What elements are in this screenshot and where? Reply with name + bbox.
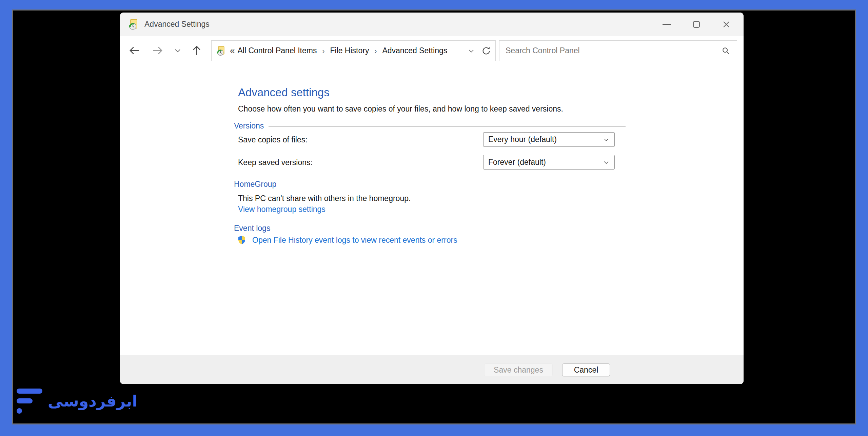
- watermark: ابرفردوسی: [17, 389, 137, 414]
- file-history-small-icon: [216, 45, 226, 56]
- file-history-icon: [127, 18, 140, 31]
- homegroup-status-text: This PC can't share with others in the h…: [238, 194, 411, 203]
- address-dropdown-chevron-icon[interactable]: [468, 47, 475, 55]
- search-icon[interactable]: [721, 46, 731, 56]
- cancel-button[interactable]: Cancel: [562, 363, 610, 376]
- keep-versions-label: Keep saved versions:: [238, 158, 313, 167]
- page-title: Advanced settings: [238, 86, 330, 99]
- minimize-icon: [663, 24, 671, 25]
- keep-versions-dropdown[interactable]: Forever (default): [483, 155, 615, 170]
- breadcrumb-item-all-control-panel-items[interactable]: All Control Panel Items: [237, 46, 317, 55]
- close-icon: [722, 20, 730, 28]
- save-changes-button[interactable]: Save changes: [484, 363, 553, 376]
- up-arrow-icon: [191, 44, 203, 57]
- window-title: Advanced Settings: [144, 20, 210, 29]
- close-button[interactable]: [718, 17, 734, 32]
- watermark-text: ابرفردوسی: [48, 392, 137, 410]
- dialog-footer: Save changes Cancel: [120, 355, 744, 384]
- section-divider: [269, 126, 626, 127]
- breadcrumb-item-file-history[interactable]: File History: [330, 46, 369, 55]
- navigation-bar: « All Control Panel Items › File History…: [120, 36, 744, 65]
- watermark-logo-icon: [17, 389, 42, 414]
- title-bar[interactable]: Advanced Settings: [120, 13, 744, 36]
- chevron-down-icon: [603, 136, 610, 143]
- breadcrumb-separator-icon: ›: [322, 47, 324, 55]
- watermark-bar: [17, 389, 42, 394]
- save-copies-label: Save copies of files:: [238, 135, 308, 144]
- maximize-button[interactable]: [689, 17, 704, 32]
- forward-button[interactable]: [151, 44, 164, 57]
- save-copies-value: Every hour (default): [488, 135, 557, 144]
- save-copies-row: Save copies of files: Every hour (defaul…: [234, 132, 626, 147]
- section-divider: [275, 229, 626, 229]
- event-logs-link-row: Open File History event logs to view rec…: [237, 235, 457, 245]
- back-arrow-icon: [128, 44, 140, 57]
- keep-versions-row: Keep saved versions: Forever (default): [234, 155, 626, 170]
- advanced-settings-window: Advanced Settings: [120, 13, 744, 384]
- address-bar[interactable]: « All Control Panel Items › File History…: [211, 40, 496, 61]
- homegroup-section-header: HomeGroup: [234, 180, 626, 189]
- window-controls: [659, 17, 734, 32]
- versions-section-header: Versions: [234, 121, 626, 131]
- minimize-button[interactable]: [659, 17, 674, 32]
- forward-arrow-icon: [152, 44, 164, 57]
- view-homegroup-settings-link[interactable]: View homegroup settings: [238, 205, 326, 214]
- keep-versions-value: Forever (default): [488, 158, 546, 167]
- versions-section-label: Versions: [234, 121, 264, 131]
- back-button[interactable]: [127, 44, 141, 57]
- open-event-logs-link[interactable]: Open File History event logs to view rec…: [252, 236, 457, 245]
- recent-locations-button[interactable]: [171, 44, 184, 57]
- page-description: Choose how often you want to save copies…: [238, 104, 563, 114]
- watermark-bar: [17, 398, 33, 403]
- page: { "window": { "title": "Advanced Setting…: [0, 0, 868, 436]
- breadcrumb-overflow-chevrons[interactable]: «: [230, 45, 235, 56]
- up-button[interactable]: [190, 44, 203, 57]
- chevron-down-icon: [174, 46, 182, 55]
- watermark-dot: [17, 408, 22, 414]
- maximize-icon: [693, 21, 700, 28]
- search-box: [499, 40, 737, 61]
- refresh-icon[interactable]: [481, 46, 491, 56]
- homegroup-section-label: HomeGroup: [234, 180, 276, 189]
- chevron-down-icon: [603, 159, 610, 166]
- breadcrumb-separator-icon: ›: [374, 47, 377, 55]
- page-content: Advanced settings Choose how often you w…: [234, 65, 627, 323]
- search-input[interactable]: [506, 46, 721, 55]
- event-logs-section-label: Event logs: [234, 224, 270, 233]
- uac-shield-icon: [237, 235, 247, 245]
- breadcrumb-item-advanced-settings[interactable]: Advanced Settings: [382, 46, 447, 55]
- event-logs-section-header: Event logs: [234, 224, 626, 233]
- section-divider: [281, 185, 626, 185]
- save-copies-dropdown[interactable]: Every hour (default): [483, 132, 615, 147]
